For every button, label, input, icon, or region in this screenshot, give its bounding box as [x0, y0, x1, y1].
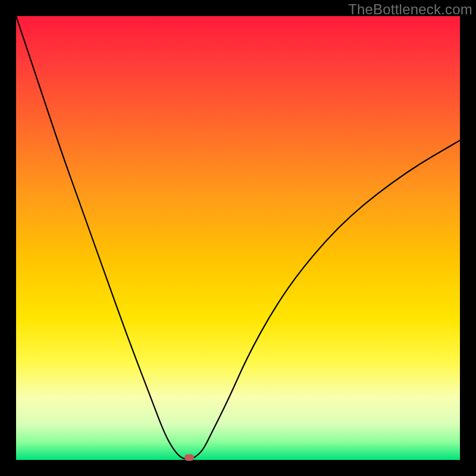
bottleneck-curve-line: [16, 16, 460, 460]
chart-plot-area: [16, 16, 460, 460]
curve-path: [16, 16, 460, 459]
watermark-text: TheBottleneck.com: [348, 1, 472, 18]
optimal-point-marker: [184, 455, 194, 461]
